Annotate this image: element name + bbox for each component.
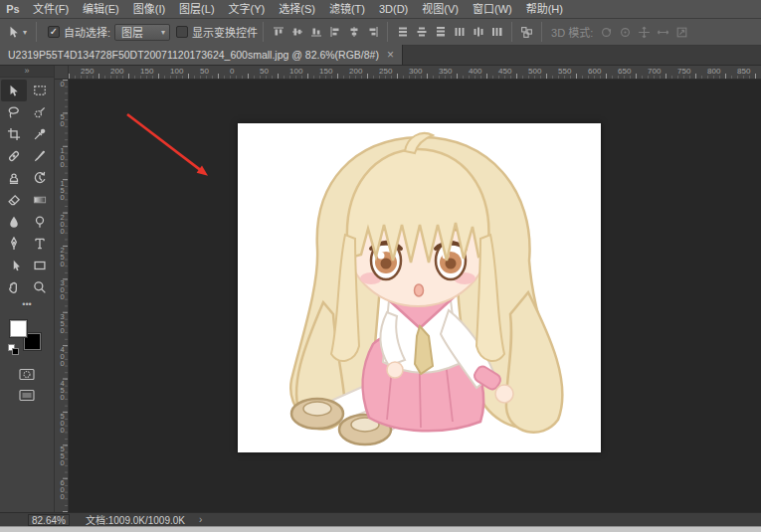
menu-item[interactable]: 滤镜(T)	[322, 0, 372, 19]
gradient-tool[interactable]	[27, 189, 53, 211]
ruler-number: 300	[55, 278, 69, 311]
tool-grid	[0, 78, 54, 298]
ruler-number: 150	[140, 66, 170, 76]
open-image[interactable]	[238, 123, 601, 452]
quick-mask-icon[interactable]	[19, 368, 35, 381]
status-popup-chevron-icon[interactable]: ›	[199, 514, 202, 525]
blur-tool-icon	[7, 215, 21, 229]
history-brush-tool-icon	[33, 171, 47, 185]
horizontal-ruler[interactable]: 2502001501005005010015020025030035040045…	[69, 66, 761, 80]
red-arrow-annotation	[118, 104, 238, 194]
align-left-edges-button[interactable]	[326, 25, 343, 40]
align-right-edges-button[interactable]	[364, 25, 381, 40]
brush-tool[interactable]	[27, 145, 53, 167]
move-tool[interactable]	[1, 80, 27, 101]
menu-item[interactable]: 文字(Y)	[222, 0, 273, 19]
menu-item[interactable]: 选择(S)	[272, 0, 322, 19]
distribute-bottom-edges-button[interactable]	[432, 25, 449, 40]
screen-mode-icon[interactable]	[19, 389, 35, 402]
ruler-number: 250	[55, 246, 69, 278]
ruler-number: 850	[737, 66, 761, 76]
ruler-number: 50	[200, 66, 230, 76]
ruler-number: 250	[81, 66, 110, 76]
eraser-tool[interactable]	[1, 189, 27, 211]
move-tool-icon	[7, 84, 21, 97]
auto-select-checkbox[interactable]: ✓	[48, 26, 60, 38]
tool-preset-picker[interactable]: ▾	[0, 25, 31, 39]
auto-select-dropdown[interactable]: 图层 ▾	[114, 24, 170, 41]
clone-stamp-tool[interactable]	[1, 167, 27, 189]
photoshop-logo: Ps	[0, 3, 26, 15]
horizontal-scrollbar[interactable]	[0, 526, 761, 532]
spot-healing-brush-tool[interactable]	[1, 145, 27, 167]
hand-tool[interactable]	[1, 276, 27, 298]
ruler-number: 150	[319, 66, 349, 76]
blur-tool[interactable]	[1, 211, 27, 233]
auto-select-label: 自动选择:	[64, 24, 110, 40]
crop-tool[interactable]	[1, 123, 27, 145]
vertical-ruler[interactable]: 050100150200250300350400450500550600	[55, 80, 69, 512]
ruler-number: 450	[55, 379, 69, 412]
ruler-number: 400	[55, 345, 69, 378]
divider	[263, 22, 264, 42]
type-tool-icon	[33, 237, 47, 251]
3d-scale-icon	[673, 25, 690, 40]
menu-item[interactable]: 窗口(W)	[466, 0, 519, 19]
menu-item[interactable]: 3D(D)	[372, 0, 415, 19]
rectangle-shape-tool[interactable]	[27, 255, 53, 276]
zoom-tool[interactable]	[27, 276, 53, 298]
distribute-right-edges-button[interactable]	[488, 25, 505, 40]
ruler-number: 0	[230, 66, 260, 76]
show-transform-checkbox[interactable]	[176, 26, 188, 38]
distribute-horizontal-centers-button[interactable]	[470, 25, 486, 40]
document-size-info: 文档:1009.0K/1009.0K	[86, 512, 185, 527]
canvas-area[interactable]	[69, 80, 761, 512]
menu-item[interactable]: 编辑(E)	[76, 0, 126, 19]
dodge-tool[interactable]	[27, 211, 53, 233]
eyedropper-tool[interactable]	[27, 123, 53, 145]
auto-align-layers-button[interactable]	[518, 25, 535, 40]
path-selection-tool[interactable]	[1, 255, 27, 276]
align-bottom-edges-button[interactable]	[307, 25, 324, 40]
ruler-number: 150	[55, 179, 69, 212]
menu-item[interactable]: 图层(L)	[172, 0, 221, 19]
brush-tool-icon	[33, 149, 47, 163]
3d-slide-icon	[655, 25, 671, 40]
rectangular-marquee-tool[interactable]	[27, 80, 53, 101]
ruler-number: 600	[55, 478, 69, 511]
document-tab[interactable]: U2319P55T4D134728F50DT20071120173624_600…	[0, 45, 403, 65]
history-brush-tool[interactable]	[27, 167, 53, 189]
chevron-down-icon: ▾	[161, 28, 165, 37]
menu-item[interactable]: 视图(V)	[415, 0, 466, 19]
distribute-vertical-centers-button[interactable]	[413, 25, 430, 40]
3d-mode-label: 3D 模式:	[551, 24, 593, 40]
zoom-tool-icon	[33, 280, 47, 294]
foreground-color-swatch[interactable]	[10, 320, 27, 337]
menu-item[interactable]: 帮助(H)	[519, 0, 570, 19]
lasso-tool[interactable]	[1, 101, 27, 123]
zoom-level-field[interactable]: 82.64%	[28, 514, 70, 526]
align-top-edges-button[interactable]	[270, 25, 286, 40]
align-vertical-centers-button[interactable]	[288, 25, 305, 40]
horizontal-type-tool[interactable]	[27, 233, 53, 255]
ruler-origin-corner[interactable]	[55, 66, 69, 80]
lasso-tool-icon	[7, 105, 21, 119]
menu-item[interactable]: 图像(I)	[126, 0, 172, 19]
crop-tool-icon	[7, 127, 21, 141]
close-tab-icon[interactable]: ×	[387, 48, 394, 62]
menu-item[interactable]: 文件(F)	[26, 0, 76, 19]
gradient-tool-icon	[33, 193, 47, 207]
ruler-number: 350	[439, 66, 469, 76]
distribute-left-edges-button[interactable]	[451, 25, 468, 40]
edit-toolbar-button[interactable]: •••	[0, 298, 54, 312]
distribute-top-edges-button[interactable]	[394, 25, 411, 40]
align-horizontal-centers-button[interactable]	[345, 25, 362, 40]
quick-selection-tool[interactable]	[27, 101, 53, 123]
default-colors-icon[interactable]	[8, 344, 20, 356]
divider	[387, 22, 388, 42]
toolbar-collapse-button[interactable]: »	[0, 66, 54, 78]
divider	[541, 22, 542, 42]
divider	[511, 22, 512, 42]
color-swatches[interactable]	[8, 318, 48, 356]
pen-tool[interactable]	[1, 233, 27, 255]
